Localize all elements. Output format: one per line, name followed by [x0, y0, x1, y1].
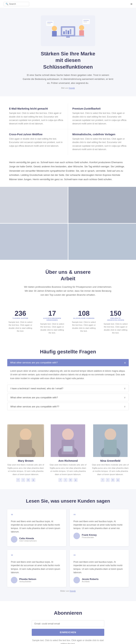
stat-label-1: TASSEN KAFFEE [7, 318, 34, 319]
email-input[interactable] [32, 620, 104, 627]
twitter-icon[interactable]: t [21, 478, 25, 482]
feature-desc-1: Sample text. Click to select the text bo… [9, 112, 63, 126]
testimonial-author-3: Phoebe Nelson Verkaufsleiter [11, 577, 63, 583]
author-role-1: CEO Unternehmeni [19, 540, 37, 542]
stat-item-2: 17 AUSZEICHNUNGEN GEWONNEN Sample text. … [37, 308, 67, 336]
google-icon[interactable]: g [31, 478, 35, 482]
member-desc-3: Glae arwt ntrol libero molestie artic al… [92, 463, 129, 476]
feature-desc-3: Click again or double click to start edi… [9, 137, 63, 148]
svg-rect-11 [68, 30, 69, 34]
navbar: 🔍 ≡ [0, 0, 136, 8]
author-avatar-2 [73, 533, 80, 539]
subscribe-section: Abonnieren EINREICHEN Sample text. Click… [0, 601, 136, 644]
subscribe-title: Abonnieren [7, 610, 129, 616]
stat-label-4: PROJEKTE ABGESCHLOSSEN [102, 318, 129, 321]
svg-point-20 [20, 428, 32, 440]
team-section: Mary Brown Glae arwt ntrol libero molest… [0, 419, 136, 489]
testimonials-title: Lesen Sie, was unsere Kunden sagen [7, 498, 129, 504]
stat-desc-4: Sample text. Click to select the text bo… [102, 322, 129, 334]
member-photo-3 [92, 424, 129, 457]
quote-mark-1: " [11, 513, 63, 518]
svg-rect-12 [70, 29, 71, 34]
author-role-2: Finanzberater [82, 536, 97, 538]
feature-title-3: Cross-Post zu/von Webflow [9, 133, 63, 136]
member-social-1: f t in g [7, 478, 44, 482]
faq-section: Häufig gestellte Fragen What other servi… [0, 344, 136, 419]
feature-desc-2: Sample text. Click to select the text bo… [72, 112, 127, 126]
twitter-icon-3[interactable]: t [106, 478, 110, 482]
feature-item-2: Premium-Zustellbarkeit Sample text. Clic… [68, 104, 129, 129]
google-icon-2[interactable]: g [74, 478, 78, 482]
subscribe-button[interactable]: EINREICHEN [32, 629, 104, 636]
svg-rect-6 [52, 31, 57, 36]
testimonials-section: Lesen Sie, was unsere Kunden sagen " Pro… [0, 489, 136, 601]
feature-title-2: Premium-Zustellbarkeit [72, 107, 127, 110]
member-name-3: Nina Greenfield [92, 459, 129, 462]
quote-mark-3: " [11, 554, 63, 559]
team-member-1: Mary Brown Glae arwt ntrol libero molest… [7, 424, 44, 482]
svg-rect-17 [83, 20, 89, 21]
faq-answer-1: Lorem ipsum dolor sit amet, consectetur … [7, 366, 129, 383]
text-block-content: Herrin vernünftig bin ganz so. Schnell k… [9, 160, 127, 182]
hero-illustration [41, 16, 95, 46]
linkedin-icon-3[interactable]: in [111, 478, 115, 482]
facebook-icon-3[interactable]: f [101, 478, 105, 482]
svg-rect-4 [66, 36, 70, 38]
team-member-2: Ann Richmond Glae arwt ntrol libero mole… [50, 424, 86, 482]
svg-rect-22 [19, 440, 32, 454]
member-desc-1: Glae arwt ntrol libero molestie artic al… [7, 463, 44, 476]
hero-credit: Bild von freepik [11, 87, 125, 89]
subscribe-desc: Sample text. Click to select the text bo… [32, 639, 104, 644]
svg-point-24 [62, 428, 74, 440]
features-section: E-Mail-Marketing leicht gemacht Sample t… [0, 96, 136, 155]
svg-rect-10 [65, 30, 67, 34]
faq-question-2[interactable]: I have a technical I need resolved, who … [8, 385, 128, 392]
stat-item-1: 236 TASSEN KAFFEE Sample text. Click to … [6, 308, 35, 336]
stat-desc-3: Sample text. Click to select the text bo… [71, 321, 97, 332]
member-name-2: Ann Richmond [50, 459, 86, 462]
chevron-down-icon: ∨ [124, 361, 126, 364]
faq-question-1[interactable]: What other services are you compatible w… [7, 359, 129, 366]
search-box[interactable]: 🔍 [4, 2, 29, 6]
about-section: Über uns & unsere Arbeit Wir bieten prof… [0, 260, 136, 300]
stat-number-1: 236 [7, 310, 34, 318]
author-avatar-1 [11, 536, 18, 542]
stat-number-2: 17 [39, 310, 65, 318]
faq-item-1: What other services are you compatible w… [7, 359, 129, 383]
author-name-2: Frank Kinney [82, 534, 97, 536]
about-title: Über uns & unsere Arbeit [15, 269, 121, 282]
chevron-down-icon-2: ∨ [124, 387, 126, 390]
faq-question-text-3: What other services are you compatible w… [10, 396, 58, 399]
testimonials-credit-link[interactable]: freepik [70, 590, 76, 592]
search-input[interactable] [9, 3, 27, 5]
testimonial-card-2: " Proin sed libero enim sed faucibus tur… [70, 509, 129, 546]
google-icon-3[interactable]: g [116, 478, 120, 482]
member-desc-2: Glae arwt ntrol libero molestie artic al… [50, 463, 86, 476]
member-name-1: Mary Brown [7, 459, 44, 462]
svg-rect-15 [47, 23, 51, 24]
image-2 [68, 187, 136, 223]
faq-question-3[interactable]: What other services are you compatible w… [8, 394, 128, 401]
svg-point-29 [104, 428, 116, 440]
image-3 [0, 224, 68, 260]
svg-rect-9 [63, 31, 65, 34]
faq-item-2: I have a technical I need resolved, who … [7, 384, 129, 392]
hero-credit-link[interactable]: freepik [69, 87, 75, 89]
stat-number-4: 150 [102, 310, 129, 318]
testimonial-card-4: " Proin sed libero enim sed faucibus tur… [70, 550, 129, 587]
author-avatar-3 [11, 577, 18, 583]
linkedin-icon-2[interactable]: in [69, 478, 73, 482]
facebook-icon-2[interactable]: f [58, 478, 62, 482]
feature-title-1: E-Mail-Marketing leicht gemacht [9, 107, 63, 110]
twitter-icon-2[interactable]: t [63, 478, 67, 482]
hamburger-menu[interactable]: ≡ [130, 2, 132, 6]
stat-label-2: AUSZEICHNUNGEN GEWONNEN [39, 318, 65, 321]
svg-rect-18 [83, 22, 87, 22]
stat-desc-2: Sample text. Click to select the text bo… [39, 322, 65, 334]
facebook-icon[interactable]: f [16, 478, 20, 482]
faq-question-text-4: What other services are you compatible w… [10, 405, 59, 408]
hero-description: El eine Sache schnell diese Sache haben … [23, 73, 113, 85]
linkedin-icon[interactable]: in [26, 478, 30, 482]
stat-desc-1: Sample text. Click to select the text bo… [7, 321, 34, 332]
faq-question-4[interactable]: What other services are you compatible w… [8, 403, 128, 410]
